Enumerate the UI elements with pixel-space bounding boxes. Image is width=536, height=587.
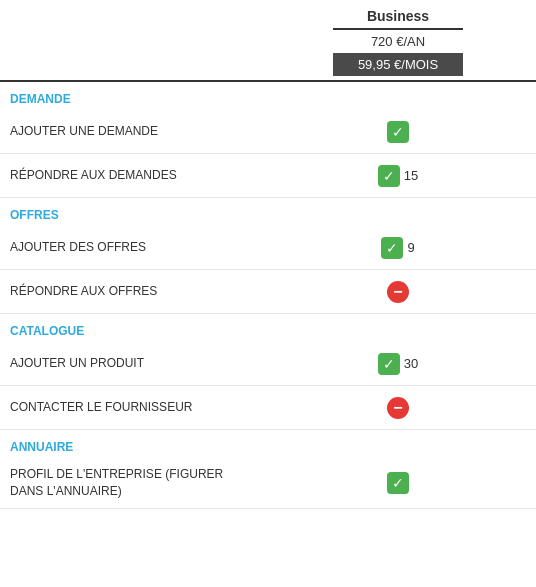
feature-row-contacter-fournisseur: CONTACTER LE FOURNISSEUR−	[0, 386, 536, 430]
check-icon: ✓	[387, 472, 409, 494]
header-row: Business 720 €/AN 59,95 €/MOIS	[0, 0, 536, 82]
feature-value-ajouter-produit: ✓30	[260, 353, 536, 375]
section-header-offres: OFFRES	[0, 198, 536, 226]
check-icon: ✓	[378, 353, 400, 375]
feature-row-ajouter-produit: AJOUTER UN PRODUIT✓30	[0, 342, 536, 386]
check-icon: ✓	[378, 165, 400, 187]
feature-value-contacter-fournisseur: −	[260, 397, 536, 419]
pricing-table: Business 720 €/AN 59,95 €/MOIS DEMANDEAJ…	[0, 0, 536, 509]
price-annual: 720 €/AN	[333, 28, 463, 53]
minus-icon: −	[387, 397, 409, 419]
feature-number-ajouter-offres: 9	[407, 240, 414, 255]
minus-icon: −	[387, 281, 409, 303]
feature-value-repondre-demandes: ✓15	[260, 165, 536, 187]
feature-row-repondre-offres: RÉPONDRE AUX OFFRES−	[0, 270, 536, 314]
feature-row-repondre-demandes: RÉPONDRE AUX DEMANDES✓15	[0, 154, 536, 198]
business-title: Business	[367, 0, 429, 28]
feature-value-profil-entreprise: ✓	[260, 472, 536, 494]
check-icon: ✓	[387, 121, 409, 143]
feature-row-profil-entreprise: PROFIL DE L'ENTREPRISE (FIGURER DANS L'A…	[0, 458, 536, 509]
feature-value-ajouter-demande: ✓	[260, 121, 536, 143]
feature-number-ajouter-produit: 30	[404, 356, 418, 371]
label-column-header	[0, 0, 260, 80]
feature-value-ajouter-offres: ✓9	[260, 237, 536, 259]
price-monthly: 59,95 €/MOIS	[333, 53, 463, 76]
sections-container: DEMANDEAJOUTER UNE DEMANDE✓RÉPONDRE AUX …	[0, 82, 536, 509]
feature-value-repondre-offres: −	[260, 281, 536, 303]
section-header-demande: DEMANDE	[0, 82, 536, 110]
feature-label-ajouter-offres: AJOUTER DES OFFRES	[0, 231, 260, 264]
feature-label-ajouter-produit: AJOUTER UN PRODUIT	[0, 347, 260, 380]
business-column: Business 720 €/AN 59,95 €/MOIS	[260, 0, 536, 80]
feature-label-contacter-fournisseur: CONTACTER LE FOURNISSEUR	[0, 391, 260, 424]
section-header-catalogue: CATALOGUE	[0, 314, 536, 342]
section-header-annuaire: ANNUAIRE	[0, 430, 536, 458]
feature-label-repondre-demandes: RÉPONDRE AUX DEMANDES	[0, 159, 260, 192]
feature-row-ajouter-offres: AJOUTER DES OFFRES✓9	[0, 226, 536, 270]
feature-label-profil-entreprise: PROFIL DE L'ENTREPRISE (FIGURER DANS L'A…	[0, 458, 260, 508]
feature-label-ajouter-demande: AJOUTER UNE DEMANDE	[0, 115, 260, 148]
feature-row-ajouter-demande: AJOUTER UNE DEMANDE✓	[0, 110, 536, 154]
feature-number-repondre-demandes: 15	[404, 168, 418, 183]
check-icon: ✓	[381, 237, 403, 259]
feature-label-repondre-offres: RÉPONDRE AUX OFFRES	[0, 275, 260, 308]
